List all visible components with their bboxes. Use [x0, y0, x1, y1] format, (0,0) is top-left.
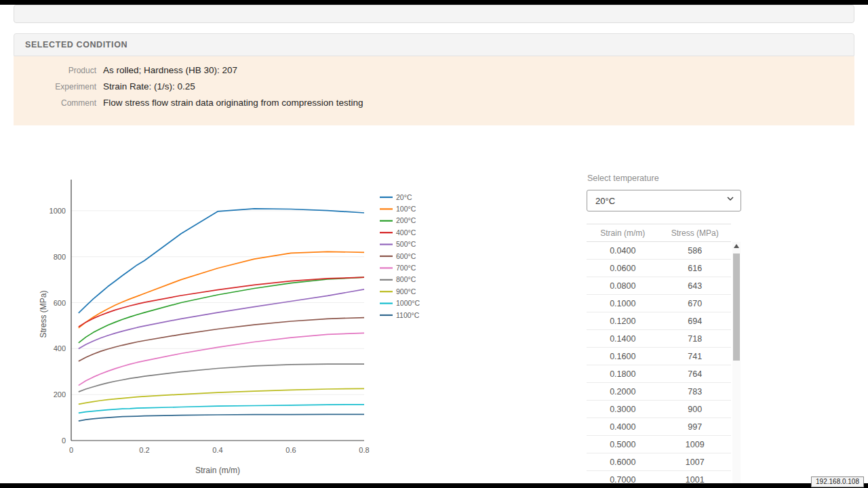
table-row: 0.3000900 [587, 401, 731, 418]
svg-text:1100°C: 1100°C [396, 311, 420, 319]
table-cell: 0.7000 [587, 471, 659, 484]
table-cell: 1001 [659, 471, 732, 484]
table-row: 0.2000783 [587, 383, 731, 401]
stress-strain-chart: 0200400600800100000.20.40.60.820°C100°C2… [14, 163, 502, 481]
table-row: 0.0400586 [587, 242, 731, 260]
app-screen: SELECTED CONDITION ProductAs rolled; Har… [0, 0, 868, 488]
table-cell: 0.3000 [587, 401, 659, 418]
table-cell: 997 [659, 418, 732, 436]
svg-text:0: 0 [69, 446, 73, 454]
table-cell: 0.0800 [587, 277, 659, 295]
table-row: 0.1400718 [587, 330, 731, 348]
condition-field-row: ProductAs rolled; Hardness (HB 30): 207 [14, 65, 854, 75]
svg-text:0.4: 0.4 [212, 446, 222, 454]
table-row: 0.0800643 [587, 277, 731, 295]
svg-text:0.6: 0.6 [285, 446, 296, 454]
svg-text:200°C: 200°C [396, 216, 416, 224]
svg-text:1000°C: 1000°C [396, 299, 420, 307]
svg-text:20°C: 20°C [396, 193, 412, 201]
table-cell: 900 [659, 401, 732, 418]
table-cell: 718 [659, 330, 732, 348]
svg-text:1000: 1000 [50, 207, 66, 215]
table-row: 0.1000670 [587, 295, 731, 312]
table-cell: 0.1800 [587, 365, 659, 383]
table-header-cell: Stress (MPa) [659, 224, 732, 242]
table-cell: 586 [659, 242, 732, 260]
condition-field-value: Strain Rate: (1/s): 0.25 [103, 81, 195, 92]
svg-text:100°C: 100°C [396, 205, 416, 213]
condition-field-value: As rolled; Hardness (HB 30): 207 [103, 65, 237, 75]
table-row: 0.60001007 [587, 453, 731, 471]
svg-text:Stress (MPa): Stress (MPa) [39, 290, 48, 338]
svg-text:200: 200 [54, 390, 66, 399]
collapsed-panel-header[interactable] [14, 5, 854, 23]
temperature-select[interactable]: 20°C [587, 190, 741, 211]
table-cell: 741 [659, 348, 732, 365]
condition-field-row: ExperimentStrain Rate: (1/s): 0.25 [14, 81, 854, 92]
table-cell: 616 [659, 260, 732, 277]
table-cell: 0.1200 [587, 312, 659, 330]
stress-strain-table: Strain (m/m)Stress (MPa) 0.04005860.0600… [587, 224, 731, 483]
table-cell: 0.6000 [587, 453, 659, 471]
table-row: 0.1200694 [587, 312, 731, 330]
table-cell: 0.4000 [587, 418, 659, 436]
ip-address-badge: 192.168.0.108 [811, 476, 864, 487]
table-cell: 0.0400 [587, 242, 659, 260]
table-cell: 0.1000 [587, 295, 659, 312]
table-cell: 764 [659, 365, 732, 383]
table-cell: 1009 [659, 436, 732, 453]
table-cell: 783 [659, 383, 732, 401]
table-row: 0.50001009 [587, 436, 731, 453]
table-header-cell: Strain (m/m) [587, 224, 659, 242]
condition-field-label: Product [14, 66, 96, 75]
table-cell: 0.1400 [587, 330, 659, 348]
condition-field-value: Flow stress flow strain data originating… [103, 98, 363, 108]
condition-field-row: CommentFlow stress flow strain data orig… [14, 98, 854, 108]
svg-text:800°C: 800°C [396, 275, 416, 283]
svg-text:900°C: 900°C [396, 287, 416, 296]
svg-text:700°C: 700°C [396, 264, 416, 272]
table-row: 0.1800764 [587, 365, 731, 383]
svg-text:500°C: 500°C [396, 240, 416, 248]
condition-field-label: Comment [14, 98, 96, 108]
table-cell: 670 [659, 295, 732, 312]
scroll-up-arrow-icon[interactable] [734, 244, 739, 248]
selected-condition-title: SELECTED CONDITION [25, 40, 127, 49]
table-cell: 0.1600 [587, 348, 659, 365]
table-row: 0.1600741 [587, 348, 731, 365]
svg-text:400: 400 [54, 344, 66, 352]
table-cell: 1007 [659, 453, 732, 471]
selected-condition-body: ProductAs rolled; Hardness (HB 30): 207E… [14, 56, 854, 125]
table-cell: 0.0600 [587, 260, 659, 277]
table-row: 0.4000997 [587, 418, 731, 436]
table-cell: 0.2000 [587, 383, 659, 401]
svg-text:400°C: 400°C [396, 228, 416, 237]
bottom-black-bar [0, 483, 868, 488]
top-black-bar [0, 0, 868, 5]
temperature-select-label: Select temperature [587, 174, 659, 183]
svg-text:Strain (m/m): Strain (m/m) [195, 466, 240, 475]
table-scrollbar[interactable] [732, 242, 741, 483]
svg-text:600°C: 600°C [396, 252, 416, 260]
chart-svg: 0200400600800100000.20.40.60.820°C100°C2… [14, 163, 502, 481]
svg-text:0.8: 0.8 [359, 446, 369, 454]
scrollbar-thumb[interactable] [733, 253, 740, 361]
table-cell: 643 [659, 277, 732, 295]
table-cell: 694 [659, 312, 732, 330]
svg-text:800: 800 [54, 253, 66, 261]
table-cell: 0.5000 [587, 436, 659, 453]
selected-condition-header[interactable]: SELECTED CONDITION [14, 33, 854, 56]
condition-field-label: Experiment [14, 82, 96, 92]
table-row: 0.0600616 [587, 260, 731, 277]
table-row: 0.70001001 [587, 471, 731, 484]
svg-text:600: 600 [54, 299, 66, 307]
table-header-row: Strain (m/m)Stress (MPa) [587, 224, 731, 242]
svg-text:0: 0 [62, 436, 66, 445]
svg-text:0.2: 0.2 [139, 446, 149, 454]
